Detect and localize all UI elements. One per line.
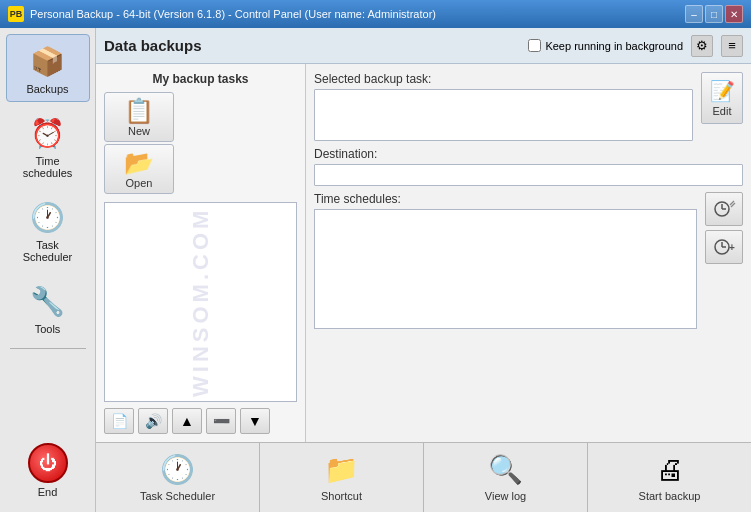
title-bar: PB Personal Backup - 64-bit (Version 6.1…: [0, 0, 751, 28]
sidebar-label-tools: Tools: [35, 323, 61, 335]
app-icon: PB: [8, 6, 24, 22]
end-button[interactable]: ⏻: [28, 443, 68, 483]
toolbar-startbackup-icon: 🖨: [656, 453, 684, 486]
timesched-box: [314, 209, 697, 329]
bottom-toolbar: 🕐 Task Scheduler 📁 Shortcut 🔍 View log 🖨…: [96, 442, 751, 512]
selected-row: Selected backup task: 📝 Edit: [314, 72, 743, 141]
new-task-button[interactable]: 📋 New: [104, 92, 174, 142]
task-up-button[interactable]: ▲: [172, 408, 202, 434]
selected-task-area: Selected backup task:: [314, 72, 693, 141]
close-button[interactable]: ✕: [725, 5, 743, 23]
tasks-panel: My backup tasks 📋 New 📂 Open WINSOM.COM: [96, 64, 306, 442]
selected-task-box: [314, 89, 693, 141]
toolbar-taskscheduler-button[interactable]: 🕐 Task Scheduler: [96, 443, 260, 512]
sidebar: Backups Time schedules Task Scheduler To…: [0, 28, 96, 512]
new-task-icon: 📋: [124, 97, 154, 125]
timeschedules-icon: [28, 113, 68, 153]
task-remove-button[interactable]: ➖: [206, 408, 236, 434]
selected-label: Selected backup task:: [314, 72, 693, 86]
timesched-label: Time schedules:: [314, 192, 697, 206]
timesched-edit-button[interactable]: [705, 192, 743, 226]
toolbar-startbackup-button[interactable]: 🖨 Start backup: [588, 443, 751, 512]
sidebar-item-timeschedules[interactable]: Time schedules: [6, 106, 90, 186]
timesched-area: Time schedules:: [314, 192, 697, 329]
end-label: End: [38, 486, 58, 498]
panel-row: My backup tasks 📋 New 📂 Open WINSOM.COM: [96, 64, 751, 442]
end-section: ⏻ End: [6, 437, 90, 504]
toolbar-taskscheduler-label: Task Scheduler: [140, 490, 215, 502]
maximize-button[interactable]: □: [705, 5, 723, 23]
sidebar-item-backups[interactable]: Backups: [6, 34, 90, 102]
toolbar-shortcut-button[interactable]: 📁 Shortcut: [260, 443, 424, 512]
toolbar-viewlog-label: View log: [485, 490, 526, 502]
open-task-button[interactable]: 📂 Open: [104, 144, 174, 194]
sidebar-label-timeschedules: Time schedules: [11, 155, 85, 179]
toolbar-taskscheduler-icon: 🕐: [160, 453, 195, 486]
app-body: Backups Time schedules Task Scheduler To…: [0, 28, 751, 512]
toolbar-viewlog-button[interactable]: 🔍 View log: [424, 443, 588, 512]
toolbar-startbackup-label: Start backup: [639, 490, 701, 502]
timesched-add-button[interactable]: +: [705, 230, 743, 264]
backups-icon: [28, 41, 68, 81]
title-bar-text: Personal Backup - 64-bit (Version 6.1.8)…: [30, 8, 685, 20]
content-area: Data backups Keep running in background …: [96, 28, 751, 512]
toolbar-viewlog-icon: 🔍: [488, 453, 523, 486]
sidebar-item-tools[interactable]: Tools: [6, 274, 90, 342]
gear-button[interactable]: ⚙: [691, 35, 713, 57]
edit-button[interactable]: 📝 Edit: [701, 72, 743, 124]
minimize-button[interactable]: –: [685, 5, 703, 23]
task-export-button[interactable]: 🔊: [138, 408, 168, 434]
sidebar-item-taskscheduler[interactable]: Task Scheduler: [6, 190, 90, 270]
menu-button[interactable]: ≡: [721, 35, 743, 57]
timesched-actions: +: [705, 192, 743, 264]
edit-icon: 📝: [710, 79, 735, 103]
top-bar: Data backups Keep running in background …: [96, 28, 751, 64]
tasks-panel-title: My backup tasks: [104, 72, 297, 86]
task-down-button[interactable]: ▼: [240, 408, 270, 434]
sidebar-label-taskscheduler: Task Scheduler: [11, 239, 85, 263]
right-panel: Selected backup task: 📝 Edit Destination…: [306, 64, 751, 442]
toolbar-shortcut-label: Shortcut: [321, 490, 362, 502]
tools-icon: [28, 281, 68, 321]
destination-box: [314, 164, 743, 186]
task-copy-button[interactable]: 📄: [104, 408, 134, 434]
timesched-row: Time schedules:: [314, 192, 743, 434]
open-task-label: Open: [126, 177, 153, 189]
new-task-label: New: [128, 125, 150, 137]
taskscheduler-icon: [28, 197, 68, 237]
toolbar-shortcut-icon: 📁: [324, 453, 359, 486]
sidebar-separator: [10, 348, 86, 349]
window-controls: – □ ✕: [685, 5, 743, 23]
svg-text:+: +: [729, 242, 735, 253]
task-list-box[interactable]: WINSOM.COM: [104, 202, 297, 402]
keep-running-checkbox[interactable]: [528, 39, 541, 52]
tasks-bottom: 📄 🔊 ▲ ➖ ▼: [104, 408, 297, 434]
open-task-icon: 📂: [124, 149, 154, 177]
destination-row: Destination:: [314, 147, 743, 186]
destination-label: Destination:: [314, 147, 743, 161]
task-actions: 📋 New 📂 Open: [104, 92, 297, 194]
sidebar-label-backups: Backups: [26, 83, 68, 95]
keep-running-label: Keep running in background: [545, 40, 683, 52]
page-title: Data backups: [104, 37, 520, 54]
edit-label: Edit: [713, 105, 732, 117]
keep-running-area: Keep running in background: [528, 39, 683, 52]
watermark: WINSOM.COM: [105, 203, 296, 401]
